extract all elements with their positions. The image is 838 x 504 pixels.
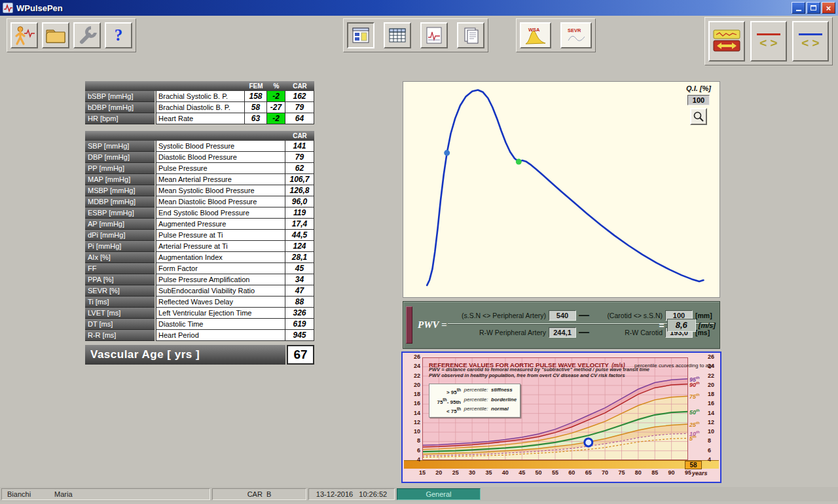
carotid-table-row: Pi [mmHg] Arterial Pressure at Ti 124 xyxy=(85,241,314,252)
maximize-button[interactable] xyxy=(807,2,820,14)
car-value: 17,4 xyxy=(285,219,314,230)
angle-brackets-icon: < > xyxy=(759,37,777,49)
param-label: DT [ms] xyxy=(85,319,155,330)
compare-blue-button[interactable]: < > xyxy=(792,21,829,62)
pwv-accent-bar xyxy=(406,306,412,344)
reference-note-1: PWV = distance carotid to femoral measur… xyxy=(429,367,649,372)
param-label: bDBP [mmHg] xyxy=(85,102,155,113)
car-value: 45 xyxy=(285,263,314,274)
report-icon xyxy=(352,27,369,43)
minimize-icon xyxy=(796,10,801,11)
document-icon xyxy=(462,27,480,44)
transfer-arrows-icon xyxy=(713,29,740,53)
brachial-table: FEM % CAR bSBP [mmHg] Brachial Systolic … xyxy=(85,81,314,124)
pwv-result-unit: [m/s] xyxy=(699,321,716,329)
toolbar-main-group: ? xyxy=(7,18,136,52)
param-label: AP [mmHg] xyxy=(85,219,155,230)
car-value: 79 xyxy=(285,102,314,113)
car-value: 96,0 xyxy=(285,196,314,207)
param-description: End Systolic Blood Pressure xyxy=(156,207,285,219)
app-icon xyxy=(3,3,13,13)
legend-row: < 75th percentile: normal xyxy=(432,405,517,415)
patient-age-value: 58 xyxy=(685,461,702,469)
compare-red-button[interactable]: < > xyxy=(750,21,787,62)
toolbar-signal-group: < > < > xyxy=(704,17,833,65)
carotid-table-row: MAP [mmHg] Mean Arterial Pressure 106,7 xyxy=(85,174,314,185)
param-description: Augmented Pressure xyxy=(156,219,285,230)
param-label: dPi [mmHg] xyxy=(85,230,155,241)
wrench-icon xyxy=(77,25,98,46)
folder-icon xyxy=(45,26,67,45)
brachial-table-row: HR [bpm] Heart Rate 63 -2 64 xyxy=(85,113,314,124)
pulse-waveform-svg xyxy=(403,82,720,297)
measurement-tables: FEM % CAR bSBP [mmHg] Brachial Systolic … xyxy=(85,81,314,341)
car-value: 62 xyxy=(285,163,314,174)
sevr-button[interactable]: SEVR xyxy=(560,22,592,48)
param-label: FF xyxy=(85,263,155,274)
legend-row: > 95th percentile: stiffness xyxy=(432,386,517,396)
param-description: Brachial Diastolic B. P. xyxy=(156,102,245,113)
qi-value: 100 xyxy=(687,95,710,105)
pulse-icon xyxy=(426,27,442,44)
carotid-table-row: R-R [ms] Heart Period 945 xyxy=(85,330,314,341)
wsa-button[interactable]: WSA xyxy=(520,22,551,48)
param-description: Pulse Pressure Amplification xyxy=(156,274,285,285)
patient-exam-button[interactable] xyxy=(10,22,38,48)
time1-field[interactable]: 244,1 xyxy=(549,327,576,338)
car-value: 126,8 xyxy=(285,185,314,196)
param-label: Pi [mmHg] xyxy=(85,241,155,252)
param-description: Mean Systolic Blood Pressure xyxy=(156,185,285,196)
patient-pwv-marker xyxy=(585,439,592,446)
car-value: 119 xyxy=(285,207,314,219)
mode-field[interactable]: General xyxy=(397,488,481,500)
signal-transfer-button[interactable] xyxy=(708,21,745,62)
reference-note-2: PWV observed in healthy population, free… xyxy=(429,372,625,378)
param-label: R-R [ms] xyxy=(85,330,155,341)
wpulsepen-window: WPulsePen × xyxy=(0,0,838,504)
pwv-panel: PWV = (s.S.N <> Peripheral Artery) 540 —… xyxy=(403,301,720,349)
param-label: ESBP [mmHg] xyxy=(85,207,155,219)
car-value: 44,5 xyxy=(285,230,314,241)
car-value: 162 xyxy=(285,91,314,102)
carotid-table-row: dPi [mmHg] Pulse Pressure at Ti 44,5 xyxy=(85,230,314,241)
legend-row: 75th- 95th percentile: borderline xyxy=(432,396,517,406)
param-label: Ti [ms] xyxy=(85,297,155,308)
report-view-button[interactable] xyxy=(347,22,374,48)
pulse-view-button[interactable] xyxy=(420,22,448,48)
brachial-table-row: bSBP [mmHg] Brachial Systolic B. P. 158 … xyxy=(85,91,314,102)
magnifier-icon xyxy=(693,111,704,122)
param-description: Heart Period xyxy=(156,330,285,341)
param-label: MAP [mmHg] xyxy=(85,174,155,185)
pwv-result-value: 8,6 xyxy=(667,319,696,332)
brachial-table-header: FEM % CAR xyxy=(85,81,314,91)
pct-value: -27 xyxy=(267,102,285,113)
vascular-age-value: 67 xyxy=(287,345,314,365)
settings-button[interactable] xyxy=(73,22,101,48)
vascular-age-label: Vascular Age [ yrs ] xyxy=(85,345,285,365)
col-header-car: CAR xyxy=(285,81,314,91)
param-label: bSBP [mmHg] xyxy=(85,91,155,102)
pct-value: -2 xyxy=(267,113,285,124)
print-report-button[interactable] xyxy=(457,22,484,48)
carotid-table-row: FF Form Factor 45 xyxy=(85,263,314,274)
param-description: Diastolic Time xyxy=(156,319,285,330)
help-button[interactable]: ? xyxy=(105,22,132,48)
param-description: Form Factor xyxy=(156,263,285,274)
close-button[interactable]: × xyxy=(822,2,835,14)
question-icon: ? xyxy=(115,26,123,45)
zoom-button[interactable] xyxy=(690,108,707,125)
carotid-table-row: ESBP [mmHg] End Systolic Blood Pressure … xyxy=(85,207,314,219)
distance1-field[interactable]: 540 xyxy=(549,310,576,321)
param-label: AIx [%] xyxy=(85,252,155,263)
quality-index-block: Q.I. [%] 100 xyxy=(681,84,716,125)
open-archive-button[interactable] xyxy=(42,22,69,48)
toolbar-view-group xyxy=(343,18,488,52)
car-value: 141 xyxy=(285,141,314,152)
minimize-button[interactable] xyxy=(792,2,805,14)
car-value: 124 xyxy=(285,241,314,252)
param-label: SEVR [%] xyxy=(85,285,155,297)
sevr-label: SEVR xyxy=(568,27,581,33)
param-description: Diastolic Blood Pressure xyxy=(156,152,285,163)
table-view-button[interactable] xyxy=(384,22,411,48)
param-description: Left Ventricular Ejection Time xyxy=(156,308,285,319)
